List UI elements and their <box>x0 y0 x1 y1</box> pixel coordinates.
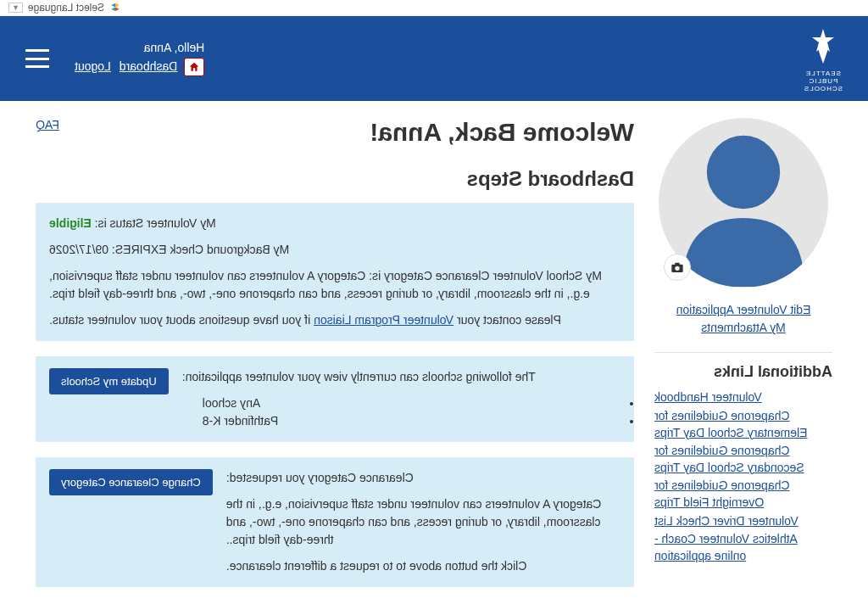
clearance-panel: Clearance Category you requested: Catego… <box>36 457 634 587</box>
schools-intro: The following schools can currently view… <box>182 368 620 386</box>
clearance-hint: Click the button above to to request a d… <box>226 557 620 575</box>
status-panel: My Volunteer Status is: Eligible My Back… <box>36 203 634 341</box>
sidebar: Edit Volunteer Application My Attachment… <box>654 118 832 604</box>
dashboard-link[interactable]: Dashboard <box>120 59 178 73</box>
school-item: Pathfinder K-8 <box>203 412 620 430</box>
header: SEATTLE PUBLIC SCHOOLS Hello, Anna Dashb… <box>0 16 868 101</box>
update-schools-button[interactable]: Update my Schools <box>49 368 169 394</box>
bgcheck-expiry: My Background Check EXPIRES: 09/17/2026 <box>49 241 620 259</box>
svg-point-4 <box>675 266 679 271</box>
svg-point-1 <box>707 136 780 209</box>
additional-link[interactable]: Volunteer Handbook <box>654 389 832 406</box>
language-bar: Select Language ▼ <box>0 0 868 16</box>
google-translate-icon <box>109 2 121 14</box>
school-item: Any school <box>203 394 620 412</box>
select-language-label[interactable]: Select Language <box>28 2 104 14</box>
volunteer-liaison-link[interactable]: Volunteer Program Liaison <box>314 313 453 327</box>
clearance-category-desc: My School Volunteer Clearance Category i… <box>49 267 620 303</box>
additional-links-list: Volunteer Handbook Chaperone Guidelines … <box>654 389 832 564</box>
additional-links-title: Additional Links <box>654 363 832 381</box>
main-content: Welcome Back, Anna! FAQ Dashboard Steps … <box>36 118 634 604</box>
status-value: Eligible <box>49 216 92 230</box>
my-attachments-link[interactable]: My Attachments <box>654 319 832 337</box>
additional-link[interactable]: Chaperone Guidelines for Overnight Field… <box>654 478 832 511</box>
additional-link[interactable]: Volunteer Driver Check List <box>654 513 832 530</box>
page-title: Welcome Back, Anna! <box>370 118 634 147</box>
logout-link[interactable]: Logout <box>75 59 111 73</box>
sidebar-divider <box>654 352 832 353</box>
dashboard-steps-heading: Dashboard Steps <box>36 167 634 191</box>
greeting: Hello, Anna <box>66 41 204 54</box>
contact-prefix: Please contact your <box>453 313 561 327</box>
clearance-requested-label: Clearance Category you requested: <box>226 469 620 487</box>
schools-panel: The following schools can currently view… <box>36 356 634 442</box>
logo-text-3: SCHOOLS <box>804 86 843 93</box>
language-dropdown-arrow[interactable]: ▼ <box>8 3 23 13</box>
additional-link[interactable]: Chaperone Guidelines for Elementary Scho… <box>654 408 832 441</box>
upload-photo-button[interactable] <box>664 254 691 281</box>
clearance-requested-desc: Category A volunteers can volunteer unde… <box>226 495 620 549</box>
change-clearance-button[interactable]: Change Clearance Category <box>49 469 213 495</box>
schools-list: Any school Pathfinder K-8 <box>182 394 620 430</box>
status-prefix: My Volunteer Status is: <box>92 216 216 230</box>
additional-link[interactable]: Chaperone Guidelines for Secondary Schoo… <box>654 443 832 476</box>
edit-application-link[interactable]: Edit Volunteer Application <box>654 301 832 319</box>
faq-link[interactable]: FAQ <box>36 118 59 131</box>
hamburger-menu[interactable] <box>25 49 49 68</box>
additional-link[interactable]: Athletics Volunteer Coach - online appli… <box>654 531 832 564</box>
contact-suffix: if you have questions about your volunte… <box>49 313 314 327</box>
logo: SEATTLE PUBLIC SCHOOLS <box>804 25 843 92</box>
home-icon[interactable] <box>184 58 204 76</box>
svg-rect-3 <box>675 263 679 266</box>
